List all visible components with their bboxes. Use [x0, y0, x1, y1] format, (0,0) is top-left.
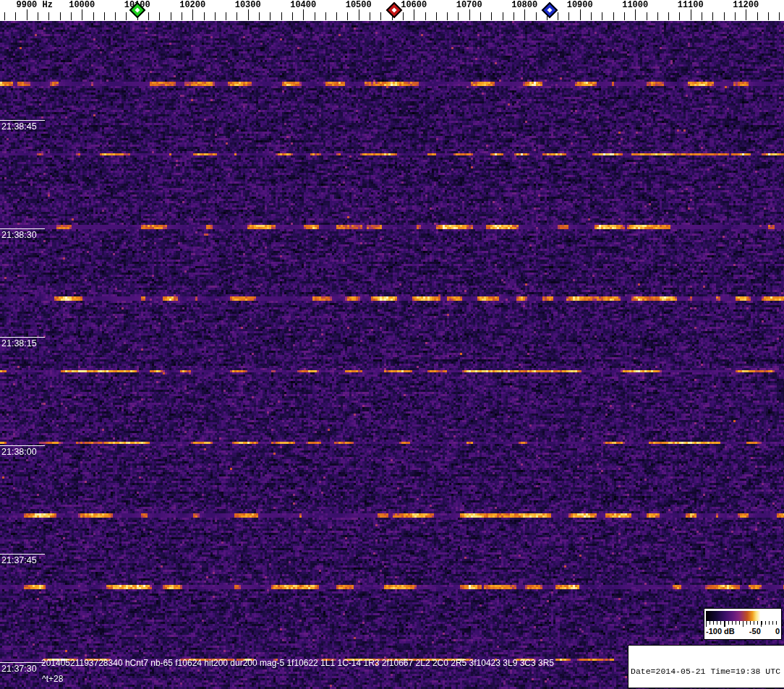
time-label: 21:38:30 [0, 228, 45, 240]
time-label: 21:37:45 [0, 554, 45, 565]
time-label-text: 21:38:15 [0, 338, 45, 348]
time-label-text: 21:37:45 [0, 555, 45, 565]
time-label: 21:37:30 [0, 662, 45, 674]
meteor-detection-log-text: 20140521193728340 hCnt7 nb-65 f10624 hit… [41, 658, 554, 668]
marker-center-dot [135, 7, 140, 12]
freq-tick-label: 10900 [567, 0, 593, 10]
color-scale-legend: -100 dB -50 0 [704, 608, 782, 640]
freq-tick-label: 11100 [678, 0, 704, 10]
color-scale-gradient [706, 611, 780, 621]
freq-tick-label: 10500 [346, 0, 372, 10]
freq-tick-label: 11000 [622, 0, 648, 10]
freq-tick-label: 10700 [456, 0, 482, 10]
color-scale-min-label: -100 dB [706, 628, 735, 635]
info-date-line: Date=2014-05-21 Time=19:38 UTC [631, 667, 784, 677]
freq-tick-label: 10800 [511, 0, 537, 10]
waterfall-spectrogram [0, 21, 784, 689]
freq-tick-label: 10300 [235, 0, 261, 10]
freq-tick-label: 10600 [401, 0, 427, 10]
cursor-time-offset-text: ^t+28 [42, 674, 63, 684]
color-scale-mid-label: -50 [749, 628, 761, 635]
spectrogram-window: 9900 Hz100001010010200103001040010500106… [0, 0, 784, 689]
freq-tick-label: 10000 [69, 0, 95, 10]
freq-tick-label: 10400 [290, 0, 316, 10]
time-label: 21:38:15 [0, 337, 45, 348]
color-scale-max-label: 0 [775, 628, 780, 635]
marker-center-dot [392, 7, 397, 12]
time-label-text: 21:38:00 [0, 446, 45, 457]
color-scale-labels: -100 dB -50 0 [704, 628, 781, 635]
freq-tick-label: 9900 Hz [17, 0, 53, 10]
marker-center-dot [547, 7, 552, 12]
color-scale-ticks [706, 621, 780, 627]
time-label: 21:38:45 [0, 120, 45, 132]
freq-tick-label: 11200 [733, 0, 759, 10]
observation-info-box: Date=2014-05-21 Time=19:38 UTC Freq=143 … [628, 645, 784, 688]
time-label-text: 21:38:45 [0, 121, 45, 132]
freq-tick-label: 10200 [179, 0, 205, 10]
time-label: 21:38:00 [0, 445, 45, 457]
time-label-text: 21:38:30 [0, 229, 45, 240]
time-label-text: 21:37:30 [0, 663, 45, 674]
frequency-ruler: 9900 Hz100001010010200103001040010500106… [0, 0, 784, 21]
